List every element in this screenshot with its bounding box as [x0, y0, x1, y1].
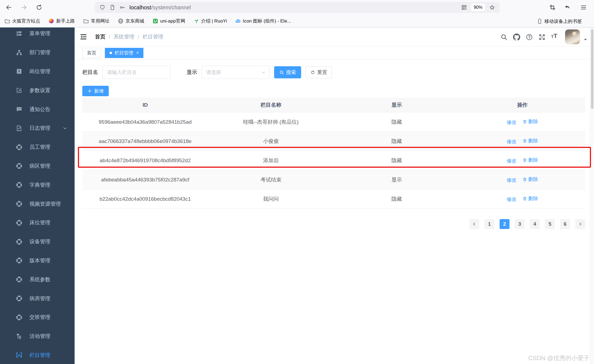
sidebar-item-菜单管理[interactable]: 菜单管理 — [0, 27, 75, 43]
component-icon — [16, 314, 23, 321]
reload-icon[interactable] — [36, 4, 42, 11]
cell-actions: 修改 删除 — [459, 112, 585, 132]
edit-link[interactable]: 修改 — [506, 158, 516, 164]
tab-home[interactable]: 首页 — [82, 48, 101, 58]
screenshot-tool-icon[interactable] — [549, 4, 556, 11]
help-icon[interactable] — [526, 34, 533, 41]
sidebar-item-视频资源管理[interactable]: 视频资源管理 — [0, 194, 75, 213]
pagination-next-button[interactable] — [575, 219, 585, 229]
sidebar-item-病区管理[interactable]: 病区管理 — [0, 157, 75, 176]
delete-link[interactable]: 删除 — [522, 137, 538, 144]
sidebar-item-通知公告[interactable]: 通知公告 — [0, 100, 75, 119]
sidebar-item-活动管理[interactable]: 活动管理 — [0, 327, 75, 346]
component-icon — [16, 144, 23, 151]
edit-link[interactable]: 修改 — [506, 119, 516, 126]
sidebar-item-岗位管理[interactable]: 岗位管理 — [0, 62, 75, 81]
cell-name: 添加后 — [208, 151, 334, 170]
sidebar-item-版本管理[interactable]: 版本管理 — [0, 251, 75, 270]
bookmark-label: 新手上路 — [56, 18, 75, 24]
font-size-icon[interactable]: TT — [551, 32, 557, 40]
sidebar-item-字典管理[interactable]: 字典管理 — [0, 175, 75, 194]
scrollbar-thumb[interactable] — [591, 29, 593, 109]
delete-link[interactable]: 删除 — [522, 157, 538, 163]
sidebar-item-病房管理[interactable]: 病房管理 — [0, 289, 75, 308]
url-bar[interactable]: localhost/system/channel 90% — [95, 2, 500, 13]
col-id: ID — [82, 98, 208, 112]
edit-link[interactable]: 修改 — [506, 196, 516, 203]
search-button[interactable]: 搜索 — [274, 66, 301, 78]
globe-icon — [118, 18, 124, 24]
breadcrumb-separator: / — [109, 34, 110, 40]
filter-display-label: 显示 — [187, 69, 197, 76]
sidebar-item-参数设置[interactable]: 参数设置 — [0, 81, 75, 100]
sidebar-item-系统参数[interactable]: 系统参数 — [0, 270, 75, 289]
sidebar-item-设备管理[interactable]: 设备管理 — [0, 232, 75, 251]
qr-code-icon[interactable] — [461, 4, 467, 10]
bookmark-item[interactable]: uni-app官网 — [152, 18, 185, 24]
channel-table: ID 栏目名称 显示 操作 9596aeee43b04a36a9807a5284… — [82, 98, 585, 209]
breadcrumb-home[interactable]: 首页 — [95, 33, 105, 40]
bookmark-item[interactable]: 常用网址 — [83, 18, 110, 24]
scrollbar[interactable] — [590, 27, 594, 364]
pagination-page-4[interactable]: 4 — [530, 219, 540, 229]
sidebar-item-日志管理[interactable]: 日志管理 — [0, 119, 75, 138]
delete-link[interactable]: 删除 — [522, 195, 538, 202]
caret-down-icon[interactable] — [583, 37, 588, 42]
mobile-bookmarks-folder[interactable]: 移动设备上的书签 — [537, 15, 582, 27]
filter-form: 栏目名 显示 请选择 搜索 重置 — [82, 66, 585, 79]
bookmark-label: 移动设备上的书签 — [544, 18, 582, 24]
page-icon[interactable] — [109, 4, 115, 10]
back-icon[interactable] — [6, 4, 12, 11]
cell-display: 隐藏 — [334, 189, 460, 209]
sidebar-item-label: 栏目管理 — [29, 352, 50, 359]
component-icon — [16, 162, 23, 169]
pagination-page-1[interactable]: 1 — [484, 219, 494, 229]
sidebar-item-label: 字典管理 — [29, 181, 50, 189]
display-select[interactable]: 请选择 — [201, 66, 270, 79]
bookmark-item[interactable]: 新手上路 — [48, 18, 75, 24]
delete-link[interactable]: 删除 — [522, 176, 538, 183]
shield-icon[interactable] — [99, 4, 105, 10]
col-actions: 操作 — [459, 98, 585, 112]
sidebar: 菜单管理 部门管理 岗位管理 参数设置 通知公告 日志管理 员工管理 病区管理 … — [0, 27, 75, 364]
trash-icon — [522, 139, 527, 143]
key-icon[interactable] — [119, 4, 125, 10]
zoom-level-chip[interactable]: 90% — [471, 4, 485, 11]
sidebar-item-栏目管理[interactable]: 栏目管理 — [0, 346, 75, 364]
page-content: 栏目名 显示 请选择 搜索 重置 — [75, 66, 594, 229]
tab-channel-management[interactable]: 栏目管理 × — [105, 48, 143, 58]
bookmark-item[interactable]: 京东商城 — [118, 18, 144, 24]
tab-close-icon[interactable]: × — [136, 51, 139, 55]
bookmark-label: 京东商城 — [126, 18, 144, 24]
pagination-page-6[interactable]: 6 — [560, 219, 570, 229]
sidebar-item-部门管理[interactable]: 部门管理 — [0, 43, 75, 62]
bookmark-item[interactable]: 介绍 | RuoYi — [194, 18, 227, 24]
header-search-icon[interactable] — [500, 34, 508, 41]
pagination-page-3[interactable]: 3 — [515, 219, 525, 229]
add-button[interactable]: 新增 — [82, 86, 109, 96]
sidebar-item-label: 活动管理 — [29, 333, 50, 340]
avatar[interactable] — [565, 29, 580, 44]
pagination-prev-button[interactable] — [469, 219, 479, 229]
channel-name-input[interactable] — [102, 66, 170, 79]
fullscreen-icon[interactable] — [538, 34, 546, 41]
filter-name-label: 栏目名 — [82, 69, 98, 76]
pagination-page-2[interactable]: 2 — [500, 219, 509, 229]
reset-button[interactable]: 重置 — [306, 66, 332, 78]
sidebar-item-员工管理[interactable]: 员工管理 — [0, 138, 75, 157]
forward-icon[interactable] — [21, 4, 27, 11]
bookmark-star-icon[interactable] — [489, 4, 495, 10]
edit-link[interactable]: 修改 — [506, 138, 516, 145]
edit-link[interactable]: 修改 — [506, 177, 516, 183]
sidebar-collapse-icon[interactable] — [79, 32, 88, 41]
browser-menu-icon[interactable] — [580, 4, 587, 11]
bookmark-item[interactable]: Icon 图标 (组件) - Ele... — [235, 18, 291, 24]
github-icon[interactable] — [513, 34, 520, 41]
pagination-page-5[interactable]: 5 — [545, 219, 555, 229]
sidebar-item-label: 设备管理 — [29, 238, 50, 245]
sidebar-item-交班管理[interactable]: 交班管理 — [0, 308, 75, 327]
undo-icon[interactable] — [564, 4, 571, 11]
sidebar-item-床位管理[interactable]: 床位管理 — [0, 213, 75, 232]
delete-link[interactable]: 删除 — [522, 118, 538, 125]
bookmark-item[interactable]: 火狐官方站点 — [4, 18, 40, 24]
